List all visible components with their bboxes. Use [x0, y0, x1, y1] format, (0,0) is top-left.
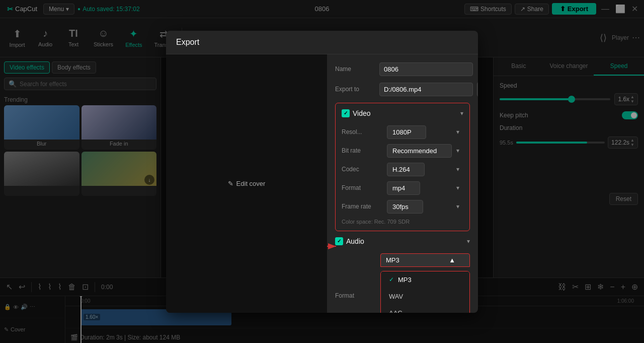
- mp3-check-icon: ✓: [389, 276, 394, 283]
- audio-format-dropdown-wrapper: MP3 ▲ ✓ MP3 WA: [380, 253, 470, 313]
- video-section: ✓ Video ▾ Resol... 1080P 720P 4K: [335, 103, 470, 231]
- audio-section: ✓ Audio ▾ Format MP3 ▲: [335, 237, 470, 313]
- audio-section-wrapper: ✓ Audio ▾ Format MP3 ▲: [335, 237, 470, 313]
- bit-rate-select-wrapper: Recommended High Low: [387, 144, 463, 158]
- audio-expand-icon[interactable]: ▾: [467, 238, 470, 245]
- video-expand-icon[interactable]: ▾: [460, 110, 463, 117]
- edit-cover-button[interactable]: ✎ Edit cover: [228, 180, 266, 187]
- video-format-row: Format mp4 mov: [342, 181, 463, 195]
- resolution-row: Resol... 1080P 720P 4K: [342, 125, 463, 139]
- audio-format-row: Format MP3 ▲ ✓: [335, 253, 470, 313]
- codec-label: Codec: [342, 166, 387, 173]
- audio-option-aac[interactable]: AAC: [381, 305, 469, 313]
- mp3-label: MP3: [398, 276, 412, 284]
- video-section-title: Video: [353, 109, 371, 117]
- frame-rate-label: Frame rate: [342, 203, 387, 210]
- codec-select[interactable]: H.264 H.265: [387, 163, 425, 176]
- edit-cover-icon: ✎: [228, 180, 233, 187]
- aac-label: AAC: [389, 309, 403, 313]
- export-to-label: Export to: [335, 86, 375, 93]
- audio-section-header: ✓ Audio ▾: [335, 237, 470, 248]
- name-input[interactable]: [379, 62, 473, 76]
- preview-cover-area: ✎ Edit cover: [166, 54, 327, 313]
- bit-rate-select[interactable]: Recommended High Low: [387, 144, 452, 158]
- color-space-note: Color space: Rec. 709 SDR: [342, 219, 463, 225]
- audio-format-dropdown-trigger[interactable]: MP3 ▲: [380, 253, 470, 267]
- audio-section-title: Audio: [346, 237, 364, 245]
- video-checkbox[interactable]: ✓: [342, 109, 350, 117]
- selected-format-label: MP3: [386, 256, 399, 264]
- export-path-row: Export to 📁: [335, 82, 470, 97]
- video-format-label: Format: [342, 184, 387, 191]
- audio-format-label: Format: [335, 292, 380, 299]
- export-modal: Export ✎ Edit cover Name: [166, 31, 478, 313]
- frame-rate-select-wrapper: 30fps 60fps 24fps: [387, 200, 463, 214]
- video-format-select[interactable]: mp4 mov: [387, 181, 420, 195]
- frame-rate-row: Frame rate 30fps 60fps 24fps: [342, 200, 463, 214]
- resolution-select[interactable]: 1080P 720P 4K: [387, 125, 426, 139]
- resolution-label: Resol...: [342, 128, 387, 135]
- wav-label: WAV: [389, 293, 403, 300]
- video-section-header: ✓ Video ▾: [342, 109, 463, 120]
- modal-preview-panel: ✎ Edit cover: [166, 54, 327, 313]
- audio-option-wav[interactable]: WAV: [381, 288, 469, 305]
- modal-body: ✎ Edit cover Name Export to 📁: [166, 54, 478, 313]
- bit-rate-row: Bit rate Recommended High Low: [342, 144, 463, 158]
- audio-option-mp3[interactable]: ✓ MP3: [381, 271, 469, 288]
- name-row: Name: [335, 62, 470, 76]
- audio-format-dropdown: ✓ MP3 WAV AAC: [380, 271, 470, 313]
- dropdown-chevron-up: ▲: [449, 256, 455, 264]
- bit-rate-label: Bit rate: [342, 147, 387, 154]
- frame-rate-select[interactable]: 30fps 60fps 24fps: [387, 200, 423, 214]
- name-label: Name: [335, 65, 375, 73]
- folder-browse-button[interactable]: 📁: [477, 82, 478, 97]
- arrow-svg: [327, 241, 340, 251]
- edit-cover-text: Edit cover: [236, 180, 266, 187]
- modal-header: Export: [166, 31, 478, 54]
- arrow-indicator: [327, 241, 340, 251]
- export-modal-overlay: Export ✎ Edit cover Name: [0, 0, 644, 343]
- modal-settings-panel: Name Export to 📁 ✓ Video ▾: [327, 54, 478, 313]
- codec-row: Codec H.264 H.265: [342, 163, 463, 176]
- codec-select-wrapper: H.264 H.265: [387, 163, 463, 176]
- video-format-select-wrapper: mp4 mov: [387, 181, 463, 195]
- resolution-select-wrapper: 1080P 720P 4K: [387, 125, 463, 139]
- export-path-input[interactable]: [379, 83, 473, 96]
